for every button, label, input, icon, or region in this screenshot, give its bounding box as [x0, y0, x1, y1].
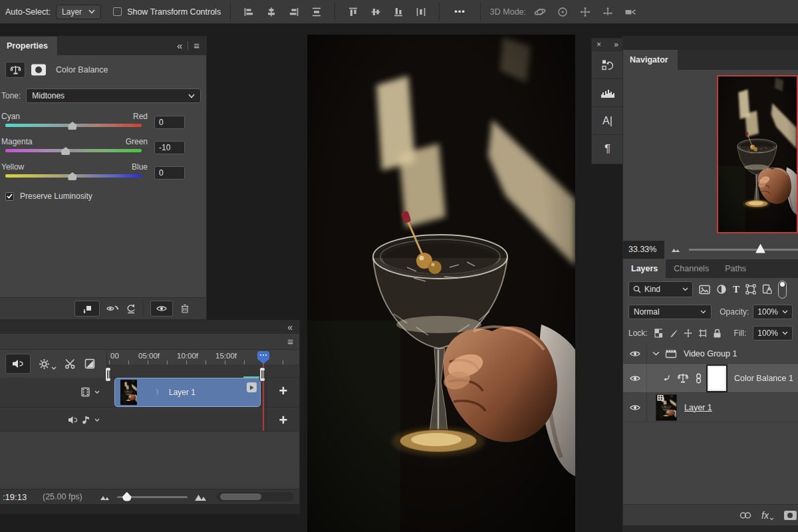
lock-all-icon[interactable] — [713, 329, 720, 338]
panel-menu-icon[interactable]: ≡ — [194, 40, 200, 51]
navigator-zoom-slider[interactable] — [689, 249, 798, 251]
filter-type-layers-icon[interactable]: T — [733, 284, 739, 295]
slider-thumb[interactable] — [68, 122, 76, 130]
view-previous-state-button[interactable] — [106, 304, 119, 313]
layer-name[interactable]: Video Group 1 — [684, 349, 737, 358]
opacity-field[interactable]: 100% — [753, 305, 793, 319]
magenta-green-value-field[interactable]: -10 — [154, 141, 185, 154]
timeline-scrollbar[interactable] — [217, 492, 294, 501]
visibility-eye-icon[interactable] — [623, 344, 647, 363]
mute-audio-button[interactable] — [5, 354, 31, 374]
filter-kind-dropdown[interactable]: Kind — [628, 281, 693, 297]
character-panel-button[interactable]: A| — [592, 106, 623, 134]
reset-adjustment-button[interactable] — [126, 303, 136, 314]
tone-dropdown[interactable]: Midtones — [26, 88, 201, 103]
timeline-settings-button[interactable] — [39, 358, 57, 370]
align-left-edges-button[interactable] — [240, 3, 257, 21]
zoom-out-icon[interactable] — [671, 246, 681, 253]
distribute-horizontal-button[interactable] — [308, 3, 325, 21]
filter-toggle-switch[interactable] — [778, 281, 787, 299]
align-bottom-edges-button[interactable] — [390, 3, 407, 21]
timeline-clip-layer1[interactable]: 〉 Layer 1 — [114, 378, 261, 407]
layer-thumbnail[interactable] — [656, 395, 676, 420]
layer-row-video-group[interactable]: Video Group 1 — [623, 344, 798, 364]
close-dock-icon[interactable]: × — [597, 40, 601, 49]
lock-transparent-pixels-icon[interactable] — [654, 329, 662, 338]
history-panel-button[interactable] — [592, 51, 623, 78]
navigator-zoom-field[interactable]: 33.33% — [623, 241, 664, 259]
visibility-eye-icon[interactable] — [623, 364, 647, 392]
align-vertical-centers-button[interactable] — [367, 3, 384, 21]
align-horizontal-centers-button[interactable] — [263, 3, 280, 21]
yellow-blue-slider[interactable] — [5, 174, 142, 178]
layer-name[interactable]: Color Balance 1 — [734, 374, 793, 383]
layer-row-color-balance[interactable]: Color Balance 1 — [623, 364, 798, 393]
3d-camera-icon[interactable] — [622, 3, 639, 21]
more-align-options-button[interactable]: ••• — [449, 5, 471, 18]
yellow-blue-value-field[interactable]: 0 — [154, 166, 185, 180]
collapse-panel-icon[interactable]: « — [177, 40, 182, 51]
filter-adjustment-layers-icon[interactable] — [716, 284, 727, 295]
slider-thumb[interactable] — [68, 172, 76, 180]
tab-channels[interactable]: Channels — [666, 259, 717, 278]
align-right-edges-button[interactable] — [285, 3, 303, 21]
timeline-ruler[interactable]: 00 05:00f 10:00f 15:00f — [106, 350, 299, 364]
work-area-end-handle[interactable] — [259, 367, 265, 382]
delete-adjustment-button[interactable] — [180, 303, 190, 314]
split-clip-button[interactable] — [65, 358, 76, 369]
preserve-luminosity-checkbox[interactable] — [5, 192, 14, 201]
navigator-proxy-view[interactable] — [717, 75, 798, 233]
audio-track-controls[interactable] — [68, 415, 100, 424]
lock-artboard-icon[interactable] — [698, 329, 707, 338]
layer-row-layer1[interactable]: Layer 1 — [623, 393, 798, 422]
clip-to-layer-button[interactable] — [74, 301, 100, 317]
add-video-media-button[interactable]: + — [267, 378, 300, 404]
lock-position-icon[interactable] — [684, 329, 692, 338]
timeline-zoom-slider[interactable] — [117, 496, 188, 498]
lock-image-pixels-icon[interactable] — [669, 329, 677, 338]
add-mask-button[interactable] — [783, 510, 797, 521]
tab-properties[interactable]: Properties — [0, 37, 57, 55]
tab-navigator[interactable]: Navigator — [623, 50, 678, 70]
zoom-slider-thumb[interactable] — [122, 492, 132, 501]
panel-menu-icon[interactable]: ≡ — [287, 336, 293, 347]
navigator-zoom-thumb[interactable] — [755, 244, 765, 253]
3d-roll-icon[interactable] — [554, 3, 571, 21]
toggle-visibility-button[interactable] — [150, 301, 173, 317]
3d-pan-icon[interactable] — [577, 3, 594, 21]
cyan-red-slider[interactable] — [5, 124, 142, 127]
slider-thumb[interactable] — [61, 147, 70, 155]
scrollbar-thumb[interactable] — [220, 493, 261, 500]
align-top-edges-button[interactable] — [344, 3, 362, 21]
video-track-controls[interactable] — [80, 387, 100, 397]
3d-orbit-icon[interactable] — [531, 3, 549, 21]
work-area-start-handle[interactable] — [105, 367, 111, 382]
link-layers-button[interactable] — [739, 511, 752, 519]
add-audio-media-button[interactable]: + — [267, 407, 300, 434]
visibility-eye-icon[interactable] — [623, 393, 647, 422]
show-transform-checkbox[interactable] — [113, 7, 122, 16]
3d-slide-icon[interactable] — [599, 3, 616, 21]
expand-dock-icon[interactable]: » — [614, 40, 618, 49]
paragraph-panel-button[interactable]: ¶ — [592, 134, 623, 162]
distribute-vertical-button[interactable] — [412, 3, 430, 21]
document-canvas[interactable] — [307, 35, 575, 532]
zoom-out-frames-icon[interactable] — [100, 493, 110, 501]
tab-paths[interactable]: Paths — [717, 259, 754, 278]
fill-field[interactable]: 100% — [753, 326, 793, 340]
cyan-red-value-field[interactable]: 0 — [154, 116, 185, 129]
mask-link-icon[interactable] — [695, 373, 702, 384]
layer-style-button[interactable]: fx — [761, 510, 774, 521]
collapse-panel-icon[interactable]: « — [287, 322, 293, 332]
filter-pixel-layers-icon[interactable] — [699, 285, 710, 295]
magenta-green-slider[interactable] — [5, 149, 142, 152]
zoom-in-frames-icon[interactable] — [194, 493, 207, 501]
filter-smart-objects-icon[interactable] — [762, 284, 772, 295]
layer-name[interactable]: Layer 1 — [684, 403, 712, 412]
blend-mode-dropdown[interactable]: Normal — [628, 305, 712, 319]
layer-mask-thumbnail[interactable] — [708, 366, 726, 391]
histogram-panel-button[interactable] — [592, 78, 623, 106]
clip-chevron-icon[interactable]: 〉 — [156, 388, 162, 397]
auto-select-dropdown[interactable]: Layer — [56, 5, 101, 19]
group-expand-chevron-icon[interactable] — [652, 351, 660, 356]
